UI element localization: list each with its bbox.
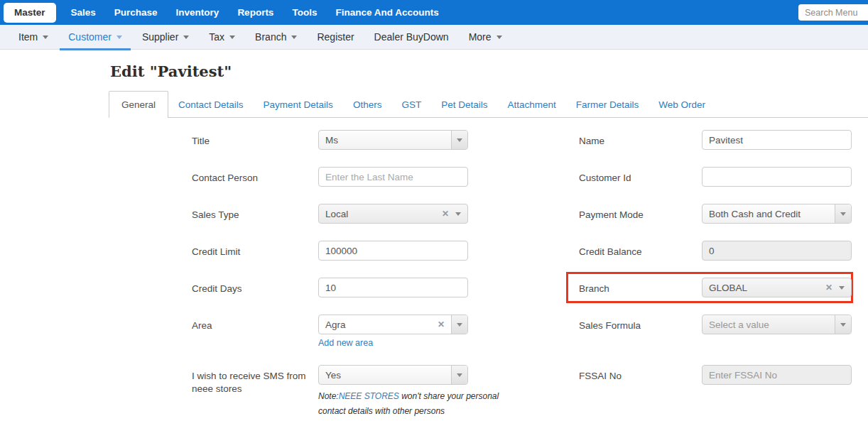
subnav-item-label: Register: [317, 31, 354, 43]
subnav-item-tax[interactable]: Tax: [199, 25, 245, 50]
chevron-down-icon: [451, 366, 467, 384]
selected-value: Local: [319, 209, 435, 219]
field-label: Sales Type: [192, 204, 318, 222]
subnav-item-branch[interactable]: Branch: [245, 25, 307, 50]
chevron-down-icon: [455, 212, 461, 216]
nav-item-finance-and-accounts[interactable]: Finance And Accounts: [326, 0, 447, 25]
field-label: Credit Days: [192, 278, 318, 295]
note-prefix: Note:: [318, 391, 339, 401]
credit-balance-input: [702, 241, 852, 261]
field-label: Sales Formula: [579, 315, 702, 332]
area-select[interactable]: Agra ✕: [318, 315, 468, 334]
branch-select[interactable]: GLOBAL ✕: [702, 278, 852, 297]
customer-id-input[interactable]: [702, 167, 852, 187]
field-fssai: FSSAI No: [579, 365, 852, 419]
tab-others[interactable]: Others: [343, 92, 392, 117]
credit-limit-input[interactable]: [318, 241, 468, 261]
field-sales-formula: Sales Formula Select a value: [579, 315, 852, 348]
subnav-item-label: Supplier: [142, 31, 178, 43]
sales-formula-select[interactable]: Select a value: [702, 315, 852, 334]
app-window: Master Sales Purchase Inventory Reports …: [0, 0, 868, 421]
nav-item-master[interactable]: Master: [4, 3, 56, 23]
selected-value: Yes: [319, 370, 451, 381]
nav-item-purchase[interactable]: Purchase: [105, 0, 167, 25]
tab-pet-details[interactable]: Pet Details: [431, 92, 497, 117]
field-customer-id: Customer Id: [579, 167, 852, 187]
field-label: Title: [192, 130, 318, 148]
clear-icon[interactable]: ✕: [819, 283, 839, 292]
field-sms-optin: I wish to receive SMS from neee stores Y…: [192, 365, 469, 419]
field-label: Branch: [579, 278, 702, 295]
chevron-down-icon: [839, 286, 845, 290]
tab-bar: General Contact Details Payment Details …: [109, 92, 868, 118]
field-title: Title Ms: [192, 130, 469, 150]
search-menu-input[interactable]: [798, 4, 868, 21]
nav-item-reports[interactable]: Reports: [228, 0, 283, 25]
subnav-item-label: Item: [18, 31, 38, 43]
sms-optin-select[interactable]: Yes: [318, 365, 468, 385]
subnav-item-label: Branch: [255, 31, 286, 43]
subnav-item-dealer-buydown[interactable]: Dealer BuyDown: [364, 25, 459, 50]
sms-privacy-note: Note:NEEE STORES won't share your person…: [318, 389, 505, 419]
subnav-item-more[interactable]: More: [459, 25, 512, 50]
subnav-item-label: More: [469, 31, 492, 43]
tab-general[interactable]: General: [109, 91, 168, 118]
credit-days-input[interactable]: [318, 278, 468, 297]
clear-icon[interactable]: ✕: [435, 209, 455, 218]
tab-gst[interactable]: GST: [391, 92, 431, 117]
selected-value: GLOBAL: [702, 283, 819, 293]
field-credit-balance: Credit Balance: [579, 241, 852, 261]
chevron-down-icon: [229, 35, 235, 39]
tab-attachment[interactable]: Attachment: [497, 92, 565, 117]
name-input[interactable]: [702, 130, 852, 150]
selected-value: Ms: [319, 135, 451, 146]
nav-item-tools[interactable]: Tools: [283, 0, 326, 25]
subnav-item-supplier[interactable]: Supplier: [132, 25, 199, 50]
field-name: Name: [579, 130, 852, 150]
tab-contact-details[interactable]: Contact Details: [168, 92, 254, 117]
field-label: Area: [192, 315, 318, 332]
sales-type-select[interactable]: Local ✕: [318, 204, 468, 224]
field-label: Payment Mode: [579, 204, 702, 222]
chevron-down-icon: [451, 131, 467, 149]
field-contact-person: Contact Person: [192, 167, 469, 187]
top-navigation: Master Sales Purchase Inventory Reports …: [0, 0, 868, 25]
field-area: Area Agra ✕ Add new area: [192, 315, 469, 348]
chevron-down-icon: [291, 35, 297, 39]
chevron-down-icon: [835, 204, 851, 223]
contact-person-input[interactable]: [318, 167, 468, 187]
field-label: Name: [579, 130, 702, 148]
field-credit-limit: Credit Limit: [192, 241, 469, 261]
chevron-down-icon: [497, 35, 502, 39]
tab-web-order[interactable]: Web Order: [649, 92, 715, 117]
clear-icon[interactable]: ✕: [431, 320, 451, 329]
tab-payment-details[interactable]: Payment Details: [254, 92, 343, 117]
field-label: FSSAI No: [579, 365, 702, 383]
field-credit-days: Credit Days: [192, 278, 469, 297]
payment-mode-select[interactable]: Both Cash and Credit: [702, 204, 852, 224]
subnav-item-register[interactable]: Register: [307, 25, 364, 50]
title-select[interactable]: Ms: [318, 130, 468, 150]
field-label: Contact Person: [192, 167, 318, 185]
subnav-item-customer[interactable]: Customer: [58, 25, 132, 50]
chevron-down-icon: [116, 35, 122, 39]
field-sales-type: Sales Type Local ✕: [192, 204, 469, 224]
field-payment-mode: Payment Mode Both Cash and Credit: [579, 204, 852, 224]
fssai-input: [702, 365, 852, 385]
subnav-item-label: Dealer BuyDown: [374, 31, 449, 43]
nav-item-sales[interactable]: Sales: [62, 0, 105, 25]
chevron-down-icon: [835, 315, 851, 334]
selected-value: Both Cash and Credit: [702, 209, 835, 219]
add-new-area-link[interactable]: Add new area: [318, 338, 468, 348]
store-name-link[interactable]: NEEE STORES: [339, 391, 399, 401]
chevron-down-icon: [183, 35, 189, 39]
tab-farmer-details[interactable]: Farmer Details: [566, 92, 649, 117]
field-label: Customer Id: [579, 167, 702, 185]
nav-item-inventory[interactable]: Inventory: [167, 0, 229, 25]
field-label: Credit Balance: [579, 241, 702, 258]
subnav-item-item[interactable]: Item: [9, 25, 58, 50]
field-branch-highlighted: Branch GLOBAL ✕: [579, 278, 852, 297]
placeholder-value: Select a value: [702, 319, 835, 330]
field-label: Credit Limit: [192, 241, 318, 258]
field-label: I wish to receive SMS from neee stores: [192, 365, 318, 395]
